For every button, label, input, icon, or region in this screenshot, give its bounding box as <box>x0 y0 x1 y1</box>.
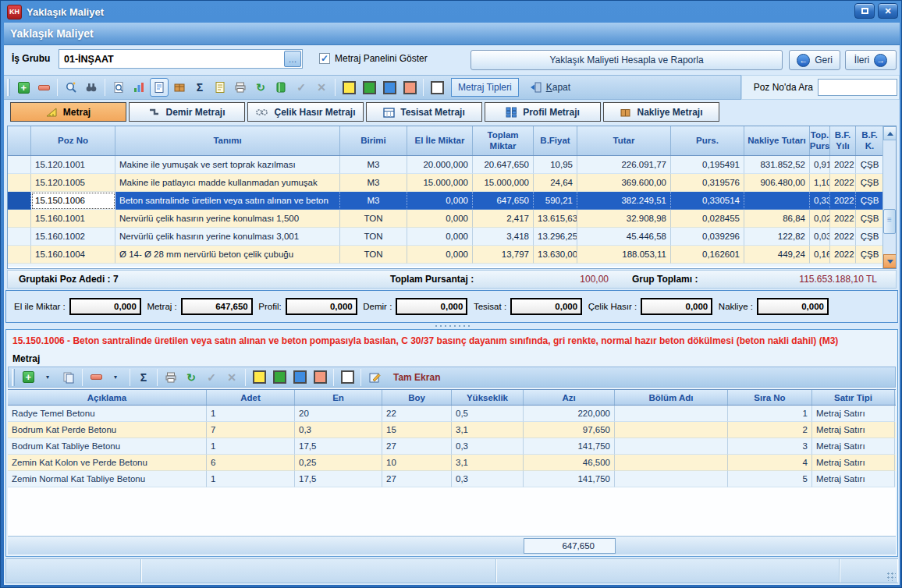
column-header[interactable]: El İle Miktar <box>407 126 473 155</box>
cell[interactable]: Metraj Satırı <box>812 406 895 422</box>
table-row[interactable]: 15.120.1005Makine ile patlayıcı madde ku… <box>8 174 896 192</box>
cell[interactable]: 15.160.1001 <box>31 210 115 228</box>
poz-search-input[interactable] <box>818 79 897 96</box>
notebook-icon[interactable] <box>272 78 290 97</box>
cell[interactable]: 6 <box>207 455 295 471</box>
cell[interactable]: 15.150.1006 <box>31 192 115 210</box>
cell[interactable]: 15.000,000 <box>473 174 534 192</box>
row-selector[interactable] <box>8 210 31 228</box>
cell[interactable]: 0,039 <box>810 228 830 246</box>
toolbar-grip[interactable] <box>7 79 10 96</box>
cell[interactable]: 17,5 <box>295 471 382 487</box>
remove-icon[interactable] <box>87 368 105 387</box>
cell[interactable]: 4 <box>728 455 812 471</box>
cell[interactable]: 10 <box>382 455 452 471</box>
cell[interactable]: Radye Temel Betonu <box>8 406 207 422</box>
cell[interactable]: 3,1 <box>452 422 524 438</box>
cell[interactable]: Metraj Satırı <box>812 471 895 487</box>
cell[interactable]: 0,3 <box>452 438 524 455</box>
cell[interactable]: 27 <box>382 471 452 487</box>
cell[interactable]: 449,24 <box>744 246 810 264</box>
cancel-icon[interactable]: ✕ <box>222 368 241 387</box>
cell[interactable]: Metraj Satırı <box>812 438 895 455</box>
cell[interactable]: 0,25 <box>295 455 382 471</box>
blue-color-swatch[interactable] <box>290 368 309 387</box>
cell[interactable]: TON <box>340 246 407 264</box>
document-icon[interactable] <box>150 78 169 97</box>
cell[interactable]: 0,000 <box>407 228 473 246</box>
cell[interactable]: 2022 <box>830 210 856 228</box>
column-header[interactable]: Boy <box>382 390 452 405</box>
cell[interactable]: 15.160.1002 <box>31 228 115 246</box>
cell[interactable]: 1 <box>728 406 812 422</box>
cell[interactable]: 86,84 <box>744 210 810 228</box>
cell[interactable]: Bodrum Kat Perde Betonu <box>8 422 207 438</box>
cell[interactable]: 32.908,98 <box>577 210 671 228</box>
copy-icon[interactable] <box>59 368 78 387</box>
column-header[interactable]: Toplam Miktar <box>473 126 534 155</box>
cell[interactable]: 20.000,000 <box>407 156 473 174</box>
total-input[interactable]: 0,000 <box>510 298 582 315</box>
yellow-color-swatch[interactable] <box>250 368 268 387</box>
restore-button[interactable] <box>854 3 875 19</box>
tab-tesisat-metraj-[interactable]: Tesisat Metrajı <box>366 102 482 122</box>
cell[interactable]: 45.446,58 <box>577 228 671 246</box>
scroll-thumb[interactable] <box>883 209 896 234</box>
column-header[interactable]: Tutar <box>577 126 671 155</box>
cell[interactable]: Metraj Satırı <box>812 422 895 438</box>
cell[interactable]: 141,750 <box>524 438 615 455</box>
cell[interactable]: 5 <box>728 471 812 487</box>
scroll-up-button[interactable] <box>883 126 897 140</box>
cell[interactable]: 0,028455 <box>671 210 744 228</box>
cell[interactable]: 0,000 <box>407 192 473 210</box>
vertical-scrollbar[interactable] <box>882 126 896 268</box>
cell[interactable]: 15.120.1005 <box>31 174 115 192</box>
table-row[interactable]: Zemin Normal Kat Tabliye Betonu117,5270,… <box>8 471 896 487</box>
add-icon[interactable]: + <box>19 368 37 387</box>
total-input[interactable]: 647,650 <box>181 298 253 315</box>
cell[interactable]: 1,103 <box>810 174 830 192</box>
cell[interactable]: 0,000 <box>407 210 473 228</box>
cell[interactable]: 3 <box>728 438 812 455</box>
cell[interactable] <box>615 455 728 471</box>
column-header[interactable]: Top. Purs <box>810 126 830 155</box>
cell[interactable] <box>744 192 810 210</box>
cell[interactable]: 2022 <box>830 246 856 264</box>
cell[interactable]: 22 <box>382 406 452 422</box>
column-header[interactable]: Satır Tipi <box>812 390 895 405</box>
cell[interactable]: 3,1 <box>452 455 524 471</box>
tab-nakliye-metraj-[interactable]: Nakliye Metrajı <box>603 102 719 122</box>
cell[interactable]: 0,330514 <box>671 192 744 210</box>
cell[interactable]: 0,5 <box>452 406 524 422</box>
preview-icon[interactable] <box>109 78 128 97</box>
cell[interactable]: 906.480,00 <box>744 174 810 192</box>
close-button[interactable]: ✕ <box>878 3 898 19</box>
table-row[interactable]: 15.150.1006Beton santralinde üretilen ve… <box>8 192 896 210</box>
cell[interactable]: 0,039296 <box>671 228 744 246</box>
cell[interactable] <box>615 406 728 422</box>
column-header[interactable]: Tanımı <box>115 126 340 155</box>
cell[interactable]: Zemin Kat Kolon ve Perde Betonu <box>8 455 207 471</box>
cell[interactable]: 0,3 <box>452 471 524 487</box>
total-input[interactable]: 0,000 <box>757 298 829 315</box>
column-header[interactable]: Sıra No <box>728 390 812 405</box>
cell[interactable]: 46,500 <box>524 455 615 471</box>
cell[interactable]: 15.000,000 <box>407 174 473 192</box>
cell[interactable]: 369.600,00 <box>577 174 671 192</box>
metraj-tipleri-button[interactable]: Metraj Tipleri <box>451 78 519 97</box>
table-row[interactable]: Bodrum Kat Perde Betonu70,3153,197,6502M… <box>8 422 896 438</box>
cell[interactable]: 24,64 <box>534 174 577 192</box>
tab-profil-metraj-[interactable]: Profil Metrajı <box>485 102 601 122</box>
cell[interactable] <box>615 422 728 438</box>
cell[interactable]: Zemin Normal Kat Tabliye Betonu <box>8 471 207 487</box>
cell[interactable]: 382.249,51 <box>577 192 671 210</box>
add-icon[interactable]: + <box>14 78 33 97</box>
cell[interactable]: M3 <box>340 156 407 174</box>
table-row[interactable]: 15.160.1004Ø 14- Ø 28 mm nervürlü beton … <box>8 246 896 264</box>
browse-ellipsis-button[interactable]: … <box>284 51 301 67</box>
cell[interactable]: 2 <box>728 422 812 438</box>
row-selector[interactable] <box>8 246 31 264</box>
cell[interactable]: Makine ile patlayıcı madde kullanmadan y… <box>115 174 340 192</box>
column-header[interactable]: Nakliye Tutarı <box>744 126 810 155</box>
column-header[interactable]: B.Fiyat <box>534 126 577 155</box>
